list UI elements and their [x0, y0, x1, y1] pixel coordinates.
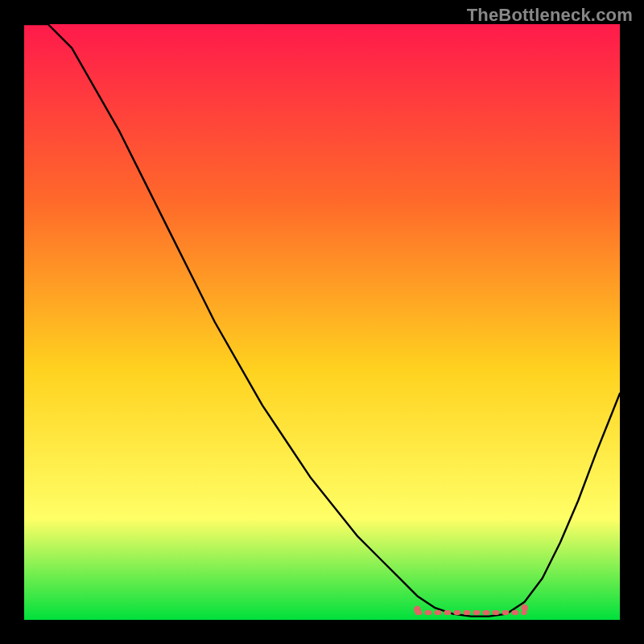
watermark-text: TheBottleneck.com [467, 5, 633, 26]
chart-frame: TheBottleneck.com [0, 0, 644, 644]
plot-area [24, 24, 620, 620]
bottleneck-chart [24, 24, 620, 620]
optimal-band-end-dot [521, 605, 528, 612]
gradient-background [24, 24, 620, 620]
optimal-band-start-dot [414, 606, 421, 613]
